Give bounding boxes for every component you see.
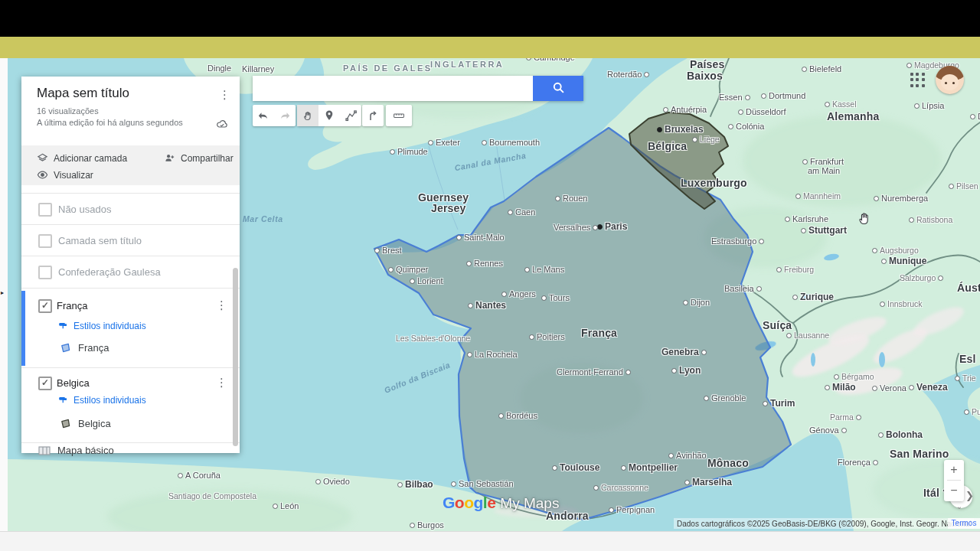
search-button[interactable] <box>533 76 583 101</box>
letterbox-top <box>0 0 980 37</box>
terms-link[interactable]: Termos <box>948 518 980 529</box>
collapse-chevron-icon[interactable]: ⌄ <box>949 502 969 510</box>
layer-menu-dots[interactable]: ⋮ <box>216 377 227 389</box>
directions-group <box>362 105 384 126</box>
layer-row-untitled[interactable]: Camada sem título <box>21 224 240 255</box>
cloud-saved-icon <box>216 118 228 133</box>
map-attribution: Dados cartográficos ©2025 GeoBasis-DE/BK… <box>674 518 974 529</box>
google-my-maps-watermark: Google My Maps <box>443 494 559 512</box>
feature-row-franca[interactable]: França <box>60 342 109 354</box>
add-layer-button[interactable]: Adicionar camada <box>37 152 127 164</box>
expand-chevron-icon[interactable]: ❯ <box>965 490 974 501</box>
layer-checkbox-checked[interactable]: ✓ <box>38 299 52 313</box>
layer-menu-dots[interactable]: ⋮ <box>216 299 227 311</box>
panel-toggle-arrow-icon[interactable]: ▸ <box>1 289 4 296</box>
view-count: 16 visualizações <box>37 106 99 116</box>
individual-styles-link[interactable]: Estilos individuais <box>58 395 146 406</box>
layer-row-confederacao[interactable]: Confederação Gaulesa <box>21 256 240 286</box>
layer-row-unused[interactable]: Não usados <box>21 193 240 223</box>
undo-redo-group <box>253 105 296 126</box>
redo-button[interactable] <box>274 105 296 126</box>
draw-tools-group <box>297 105 361 126</box>
layer-checkbox[interactable] <box>38 203 52 217</box>
measure-tool-button[interactable] <box>386 105 412 126</box>
draw-line-tool-button[interactable] <box>340 105 361 126</box>
undo-button[interactable] <box>253 105 274 126</box>
layer-checkbox[interactable] <box>38 266 52 279</box>
panel-scrollbar[interactable] <box>233 268 238 446</box>
google-apps-grid-icon[interactable] <box>910 72 926 89</box>
last-edited-status: A última edição foi há alguns segundos <box>37 118 183 127</box>
individual-styles-link[interactable]: Estilos individuais <box>58 321 146 331</box>
basemap-row[interactable]: Mapa básico <box>38 445 114 456</box>
map-menu-dots[interactable]: ⋮ <box>219 89 230 101</box>
panel-action-bar: Adicionar camada Compartilhar Visualizar <box>21 145 240 185</box>
share-button[interactable]: Compartilhar <box>164 152 234 164</box>
screen: V ▾ Áreas de trabal... ▾ Mapa sem título… <box>0 0 980 551</box>
zoom-in-button[interactable]: + <box>944 460 964 480</box>
account-avatar[interactable] <box>936 66 964 94</box>
search-input[interactable] <box>253 76 533 101</box>
google-logo: Google <box>443 494 495 512</box>
feature-row-belgica[interactable]: Belgica <box>60 418 111 429</box>
zoom-control: + − <box>944 460 964 501</box>
zoom-out-button[interactable]: − <box>944 481 964 500</box>
add-directions-button[interactable] <box>362 105 384 126</box>
my-maps-logo: My Maps <box>500 495 559 512</box>
add-marker-tool-button[interactable] <box>318 105 340 126</box>
map-search-bar <box>253 76 583 101</box>
browser-tab-bar: V ▾ Áreas de trabal... ▾ Mapa sem título… <box>0 37 980 58</box>
pan-tool-button[interactable] <box>297 105 318 126</box>
measure-group <box>386 105 412 126</box>
browser-status-bar: 00 Repor 110 % 19:26 <box>0 531 980 551</box>
layer-checkbox-checked[interactable]: ✓ <box>38 377 52 390</box>
map-title: Mapa sem título <box>37 86 129 101</box>
selected-layer-accent <box>21 291 25 366</box>
preview-button[interactable]: Visualizar <box>37 169 93 181</box>
layer-checkbox[interactable] <box>38 234 52 248</box>
my-maps-panel: Mapa sem título ⋮ 16 visualizações A últ… <box>21 77 240 453</box>
